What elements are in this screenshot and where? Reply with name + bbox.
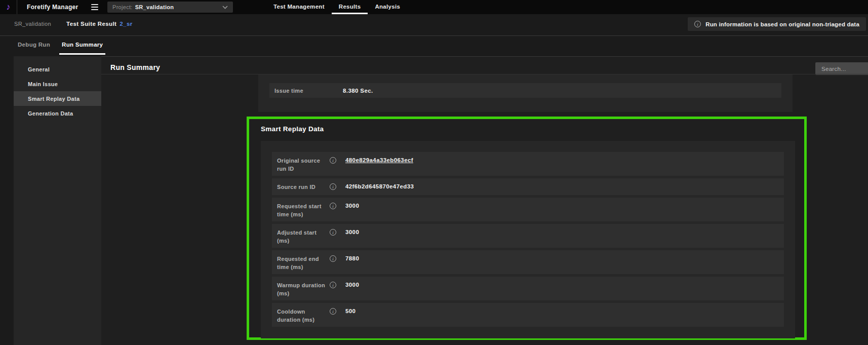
field-row-adjusted-start: Adjusted start (ms) i 3000 (272, 224, 784, 248)
field-label: Source run ID (277, 183, 330, 191)
field-rows: Original source run ID i 480e829a4a33eb0… (272, 152, 784, 327)
breadcrumb-project[interactable]: SR_validation (14, 21, 51, 27)
breadcrumb-result-link[interactable]: 2_sr (120, 21, 132, 27)
field-row-original-source-run-id: Original source run ID i 480e829a4a33eb0… (272, 152, 784, 176)
info-icon[interactable]: i (330, 282, 336, 288)
run-subtabs: Debug Run Run Summary (15, 42, 112, 55)
field-value: 3000 (345, 228, 359, 235)
field-label: Warmup duration (ms) (277, 281, 330, 297)
sidebar-item-generation-data[interactable]: Generation Data (14, 106, 101, 121)
project-dropdown[interactable]: Project: SR_validation (107, 2, 233, 13)
tab-test-management[interactable]: Test Management (266, 0, 332, 14)
top-nav: ♪ Foretify Manager Project: SR_validatio… (0, 0, 868, 14)
field-value: 42f6b2d645870e47ed33 (345, 183, 414, 189)
sidebar-item-main-issue[interactable]: Main Issue (14, 76, 101, 91)
smart-replay-card: Original source run ID i 480e829a4a33eb0… (261, 141, 795, 338)
field-label: Requested end time (ms) (277, 255, 330, 271)
info-icon: i (694, 21, 701, 27)
smart-replay-highlight-box: Smart Replay Data Original source run ID… (247, 117, 807, 340)
sidebar-item-general[interactable]: General (14, 62, 101, 76)
sidebar-item-smart-replay-data[interactable]: Smart Replay Data (14, 91, 101, 106)
field-label: Issue time (274, 87, 327, 95)
content-panel: Run Summary Issue time 8.380 Sec. Smart … (101, 56, 868, 345)
issue-time-card: Issue time 8.380 Sec. (258, 74, 793, 112)
subtab-run-summary[interactable]: Run Summary (59, 42, 105, 55)
sidebar: General Main Issue Smart Replay Data Gen… (14, 56, 101, 345)
app-title: Foretify Manager (27, 4, 80, 11)
top-nav-tabs: Test Management Results Analysis (266, 0, 407, 14)
header-strip: SR_validation Test Suite Result 2_sr i R… (0, 14, 868, 56)
project-dropdown-label: Project: (112, 4, 133, 10)
breadcrumb-page-title: Test Suite Result (66, 21, 116, 27)
foretify-logo-icon: ♪ (6, 2, 11, 13)
info-icon[interactable]: i (330, 308, 336, 315)
project-dropdown-value: SR_validation (135, 4, 174, 10)
field-row-source-run-id: Source run ID i 42f6b2d645870e47ed33 (272, 178, 784, 195)
field-row-requested-start-time: Requested start time (ms) i 3000 (272, 198, 784, 221)
info-icon[interactable]: i (330, 229, 336, 236)
info-icon[interactable]: i (330, 203, 336, 209)
field-label: Adjusted start (ms) (277, 228, 330, 245)
field-value: 7880 (345, 255, 359, 261)
tab-analysis[interactable]: Analysis (368, 0, 407, 14)
field-row-issue-time: Issue time 8.380 Sec. (269, 83, 781, 98)
subtab-debug-run[interactable]: Debug Run (15, 42, 53, 55)
chevron-down-icon (222, 6, 228, 9)
app-logo[interactable]: ♪ (0, 0, 17, 14)
field-label: Original source run ID (277, 157, 330, 173)
field-value: 3000 (345, 202, 359, 209)
info-icon[interactable]: i (330, 255, 336, 262)
section-title: Smart Replay Data (261, 125, 324, 133)
field-row-cooldown-duration: Cooldown duration (ms) i 500 (272, 303, 784, 327)
tab-results[interactable]: Results (332, 0, 368, 14)
field-value: 3000 (345, 281, 359, 288)
field-value: 500 (345, 308, 356, 314)
search-input[interactable] (815, 62, 868, 75)
breadcrumb: SR_validation Test Suite Result 2_sr (14, 21, 133, 27)
field-label: Cooldown duration (ms) (277, 308, 330, 324)
hamburger-menu-icon[interactable] (91, 4, 98, 10)
info-icon[interactable]: i (330, 183, 336, 190)
info-banner-text: Run information is based on original non… (705, 21, 859, 27)
divider (0, 35, 868, 36)
field-row-warmup-duration: Warmup duration (ms) i 3000 (272, 277, 784, 300)
field-label: Requested start time (ms) (277, 202, 330, 218)
info-icon[interactable]: i (330, 157, 336, 164)
page-title: Run Summary (110, 63, 160, 71)
field-value: 8.380 Sec. (343, 88, 373, 94)
field-value-link[interactable]: 480e829a4a33eb063ecf (345, 157, 413, 163)
info-banner: i Run information is based on original n… (688, 17, 866, 31)
field-row-requested-end-time: Requested end time (ms) i 7880 (272, 250, 784, 274)
main-region: General Main Issue Smart Replay Data Gen… (0, 56, 868, 345)
